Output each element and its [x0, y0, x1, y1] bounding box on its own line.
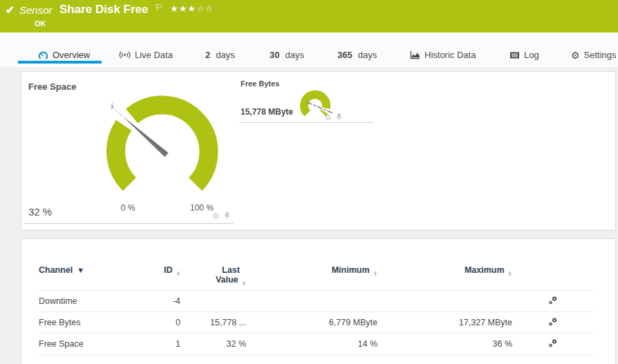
channel-settings-icon[interactable] [548, 296, 558, 307]
gauge-icon [38, 50, 48, 60]
table-row-free-bytes: Free Bytes 0 15,778 ... 6,779 MByte 17,3… [39, 312, 594, 334]
header-last-value[interactable]: Last Value▲▼ [180, 265, 246, 285]
channel-settings-icon[interactable] [548, 317, 558, 329]
free-space-value: 32 % [28, 206, 52, 218]
live-signal-icon [119, 50, 131, 59]
channel-maximum: 17,327 MByte [377, 318, 512, 327]
sort-arrows-icon: ▲▼ [242, 280, 246, 285]
gauge-needle [122, 115, 169, 157]
gauges-panel: Free Space x̄ 0 % 100 % 32 % ⚙ Free By [21, 71, 616, 231]
gauge-scale-min: 0 % [111, 203, 144, 213]
prtg-sensor-page: ✔ Sensor Share Disk Free ⚐ ★★★☆☆ OK Over… [0, 0, 618, 364]
free-bytes-gauge-title: Free Bytes [241, 79, 279, 88]
tab-settings[interactable]: ⚙ Settings [571, 50, 617, 60]
sort-caret-icon: ▼ [77, 266, 84, 274]
header-id[interactable]: ID▲▼ [142, 265, 180, 275]
tab-log[interactable]: Log [509, 50, 539, 60]
free-bytes-widget-tools: ⚙ [324, 111, 342, 124]
channel-id: -4 [142, 296, 180, 306]
priority-stars[interactable]: ★★★☆☆ [170, 3, 214, 14]
channel-table: Channel▼ ID▲▼ Last Value▲▼ Minimum▲▼ Max… [39, 265, 594, 355]
free-bytes-widget: Free Bytes 15,778 MByte ⚙ [239, 72, 374, 123]
status-badge: OK [35, 19, 46, 28]
average-marker: x̄ [111, 103, 114, 111]
tab-overview[interactable]: Overview [38, 50, 90, 60]
table-row-downtime: Downtime -4 [39, 291, 594, 312]
channels-panel: Channel▼ ID▲▼ Last Value▲▼ Minimum▲▼ Max… [21, 238, 616, 364]
channel-name: Downtime [39, 296, 142, 306]
channel-minimum: 14 % [246, 339, 377, 349]
tab-365-days[interactable]: 365 days [337, 50, 377, 60]
tab-bar: Overview Live Data 2 days 30 days 365 da… [0, 32, 618, 67]
header-minimum[interactable]: Minimum▲▼ [246, 265, 377, 275]
header-channel[interactable]: Channel▼ [39, 265, 142, 275]
channel-table-header: Channel▼ ID▲▼ Last Value▲▼ Minimum▲▼ Max… [39, 265, 594, 291]
header-maximum[interactable]: Maximum▲▼ [377, 265, 512, 275]
free-bytes-value: 15,778 MByte [241, 107, 293, 117]
area-chart-icon [410, 50, 420, 59]
table-row-free-space: Free Space 1 32 % 14 % 36 % [39, 334, 594, 355]
page-title: Share Disk Free [59, 3, 149, 17]
channel-name: Free Space [39, 339, 142, 349]
log-list-icon [509, 51, 520, 59]
free-space-widget-tools: ⚙ [212, 210, 230, 222]
channel-id: 0 [142, 318, 180, 327]
channel-minimum: 6,779 MByte [246, 318, 377, 327]
status-check-icon: ✔ [6, 3, 15, 17]
free-space-gauge-title: Free Space [28, 82, 76, 92]
widget-gear-icon[interactable]: ⚙ [324, 113, 332, 122]
sort-arrows-icon: ▲▼ [176, 271, 180, 276]
gear-icon: ⚙ [571, 50, 580, 60]
channel-last-value: 32 % [180, 339, 246, 349]
tab-30-days[interactable]: 30 days [270, 50, 304, 60]
tab-historic-data[interactable]: Historic Data [410, 50, 476, 60]
channel-settings-icon[interactable] [548, 338, 558, 350]
sensor-banner: ✔ Sensor Share Disk Free ⚐ ★★★☆☆ OK [0, 0, 618, 32]
free-space-gauge: x̄ [97, 89, 263, 210]
channel-maximum: 36 % [377, 339, 512, 349]
priority-flag-icon[interactable]: ⚐ [155, 2, 163, 12]
sensor-kind-label: Sensor [19, 4, 53, 16]
tab-2-days[interactable]: 2 days [205, 50, 235, 60]
channel-name: Free Bytes [39, 318, 142, 327]
pin-icon[interactable] [224, 210, 230, 222]
channel-last-value: 15,778 ... [180, 318, 246, 327]
tab-live-data[interactable]: Live Data [119, 50, 173, 60]
sort-arrows-icon: ▲▼ [508, 271, 512, 276]
widget-divider [24, 223, 234, 224]
sort-arrows-icon: ▲▼ [373, 271, 377, 276]
pin-icon[interactable] [336, 111, 342, 124]
channel-id: 1 [142, 339, 180, 349]
active-tab-underline [18, 61, 102, 64]
widget-gear-icon[interactable]: ⚙ [212, 212, 220, 220]
